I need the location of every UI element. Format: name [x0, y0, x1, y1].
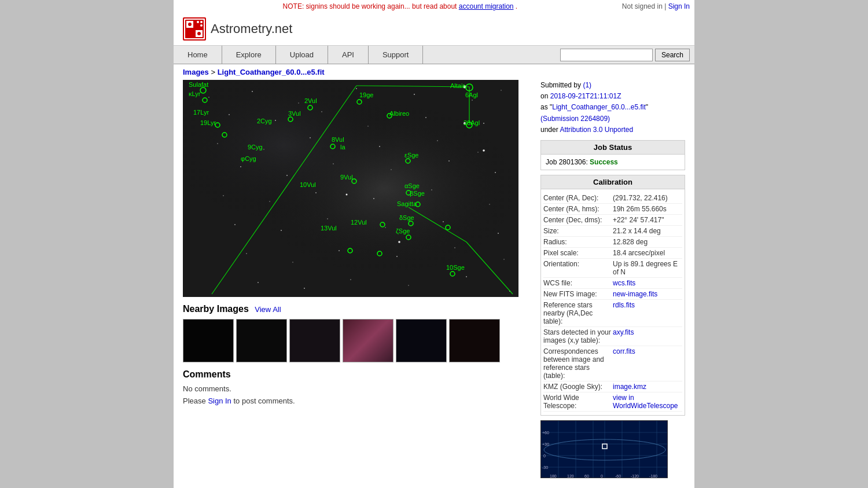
- navigation: Home Explore Upload API Support Search: [174, 46, 694, 64]
- svg-point-66: [483, 149, 485, 152]
- star-field-svg: Sulafat κLyr 17Lyr 19Lyr 2Vul 19ge 3Vul …: [183, 80, 518, 297]
- svg-point-40: [315, 192, 317, 193]
- svg-point-55: [503, 259, 504, 259]
- svg-point-38: [223, 195, 224, 196]
- svg-text:δSge: δSge: [399, 214, 414, 221]
- calibration-row: Correspondences between image and refere…: [543, 346, 682, 381]
- nearby-thumb-3[interactable]: [289, 319, 340, 362]
- svg-text:la: la: [340, 144, 345, 151]
- svg-point-33: [286, 175, 288, 176]
- sign-in-link-top[interactable]: Sign In: [668, 2, 690, 10]
- svg-text:28Agl: 28Agl: [464, 119, 480, 126]
- svg-point-29: [379, 146, 380, 147]
- cal-value: 18.4 arcsec/pixel: [613, 249, 665, 257]
- svg-text:-180: -180: [649, 474, 657, 478]
- svg-point-18: [472, 100, 473, 101]
- as-label: as ": [540, 103, 552, 111]
- job-success-text: Success: [590, 158, 618, 166]
- sign-in-link-comments[interactable]: Sign In: [208, 397, 231, 405]
- calibration-row: Center (RA, hms):19h 26m 55.660s: [543, 204, 682, 215]
- svg-point-46: [327, 218, 328, 219]
- job-status-content: Job 2801306: Success: [541, 155, 685, 170]
- star-image: Sulafat κLyr 17Lyr 19Lyr 2Vul 19ge 3Vul …: [183, 80, 518, 297]
- svg-text:17Lyr: 17Lyr: [193, 109, 209, 116]
- svg-point-21: [275, 120, 276, 121]
- comments-title: Comments: [183, 369, 534, 380]
- breadcrumb-images-link[interactable]: Images: [183, 68, 209, 76]
- search-button[interactable]: Search: [655, 49, 690, 61]
- cal-label: Center (RA, hms):: [543, 205, 613, 213]
- submission-date: 2018-09-21T21:11:01Z: [550, 92, 621, 100]
- svg-point-54: [454, 247, 455, 248]
- cal-value: view in WorldWideTelescope: [613, 394, 682, 410]
- svg-text:19ge: 19ge: [359, 91, 373, 98]
- svg-text:-120: -120: [631, 474, 639, 478]
- svg-text:Albireo: Albireo: [389, 110, 409, 117]
- svg-point-15: [298, 102, 299, 103]
- svg-text:3Vul: 3Vul: [288, 110, 301, 117]
- nearby-thumb-4[interactable]: [343, 319, 393, 362]
- svg-point-8: [200, 21, 203, 23]
- nav-home[interactable]: Home: [174, 46, 222, 64]
- svg-point-31: [477, 152, 478, 152]
- svg-point-64: [398, 241, 400, 243]
- notice-suffix: .: [516, 2, 517, 10]
- nearby-thumb-6[interactable]: [449, 319, 500, 362]
- cal-value: wcs.fits: [613, 279, 635, 287]
- prompt-suffix: to post comments.: [233, 397, 295, 405]
- svg-point-47: [385, 227, 385, 228]
- breadcrumb-current: Light_Coathanger_60.0...e5.fit: [218, 68, 325, 76]
- submission-link[interactable]: (Submission 2264809): [540, 115, 610, 123]
- cal-value: 12.828 deg: [613, 238, 648, 246]
- cal-label: World Wide Telescope:: [543, 394, 613, 410]
- svg-point-13: [208, 97, 209, 98]
- calibration-box: Calibration Center (RA, Dec):(291.732, 2…: [540, 175, 685, 416]
- calibration-row: Center (RA, Dec):(291.732, 22.416): [543, 193, 682, 204]
- svg-point-25: [483, 123, 484, 124]
- account-migration-link[interactable]: account migration: [459, 2, 514, 10]
- cal-label: Orientation:: [543, 260, 613, 276]
- svg-text:9Cyg: 9Cyg: [248, 144, 263, 151]
- svg-text:+60: +60: [542, 431, 549, 435]
- license-link[interactable]: Attribution 3.0 Unported: [560, 126, 633, 134]
- comments-section: Comments No comments. Please Sign In to …: [183, 369, 534, 405]
- svg-text:+30: +30: [542, 442, 549, 446]
- user-link[interactable]: (1): [583, 81, 591, 89]
- svg-text:εSge: εSge: [404, 152, 418, 159]
- view-all-link[interactable]: View All: [255, 305, 281, 314]
- svg-point-37: [495, 172, 496, 173]
- filename-link[interactable]: Light_Coathanger_60.0...e5.fit: [552, 103, 645, 111]
- search-input[interactable]: [560, 49, 653, 61]
- svg-text:60: 60: [584, 474, 589, 478]
- logo-icon: [183, 17, 206, 41]
- calibration-title: Calibration: [541, 175, 685, 189]
- calibration-row: WCS file:wcs.fits: [543, 278, 682, 289]
- nearby-thumb-1[interactable]: [183, 319, 234, 362]
- svg-text:6Agl: 6Agl: [465, 91, 478, 98]
- calibration-row: Orientation:Up is 89.1 degrees E of N: [543, 259, 682, 278]
- cal-label: Stars detected in your images (x,y table…: [543, 328, 613, 344]
- nav-api[interactable]: API: [328, 46, 369, 64]
- nav-explore[interactable]: Explore: [222, 46, 276, 64]
- svg-text:10Sge: 10Sge: [446, 264, 465, 271]
- calibration-row: Reference stars nearby (RA,Dec table):rd…: [543, 300, 682, 327]
- svg-point-24: [425, 117, 426, 118]
- svg-text:9Vul: 9Vul: [340, 174, 353, 181]
- nearby-thumb-5[interactable]: [396, 319, 447, 362]
- cal-value: rdls.fits: [613, 301, 635, 325]
- on-label: on: [540, 92, 548, 100]
- svg-text:Altair: Altair: [450, 82, 465, 89]
- svg-point-6: [197, 32, 201, 35]
- calibration-content: Center (RA, Dec):(291.732, 22.416)Center…: [541, 189, 685, 415]
- nearby-thumb-2[interactable]: [236, 319, 287, 362]
- svg-point-16: [356, 88, 357, 89]
- submitted-by: Submitted by (1) on 2018-09-21T21:11:01Z…: [540, 80, 685, 135]
- nav-support[interactable]: Support: [369, 46, 424, 64]
- calibration-row: Radius:12.828 deg: [543, 237, 682, 248]
- svg-point-53: [396, 256, 398, 257]
- svg-text:10Vul: 10Vul: [300, 181, 316, 188]
- job-label: Job 2801306:: [546, 158, 588, 166]
- nearby-section: Nearby Images View All: [183, 304, 534, 362]
- nav-upload[interactable]: Upload: [276, 46, 328, 64]
- svg-point-65: [346, 194, 348, 196]
